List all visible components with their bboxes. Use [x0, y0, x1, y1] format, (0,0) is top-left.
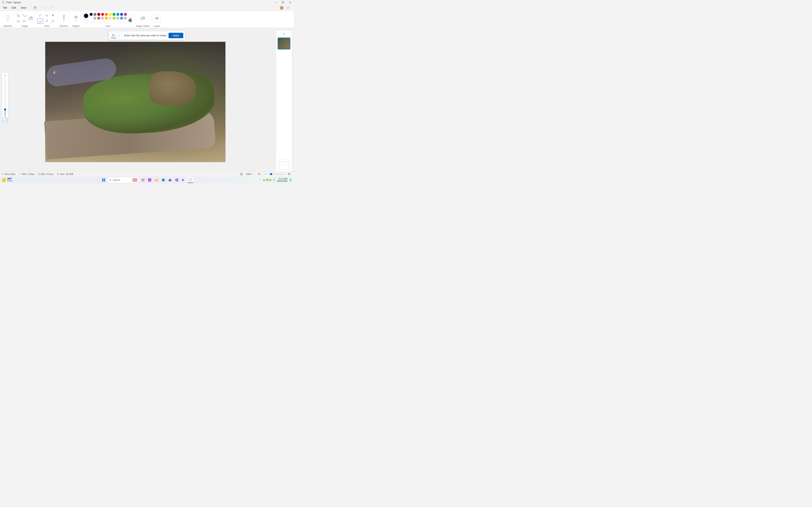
start-button[interactable] [101, 177, 107, 183]
copilot-button[interactable] [147, 177, 153, 183]
custom-color-slot[interactable] [101, 20, 104, 23]
zoom-slider-thumb[interactable] [270, 173, 272, 175]
color-swatch[interactable] [109, 13, 112, 16]
menu-bar: File Edit View [0, 5, 294, 11]
custom-color-slot[interactable] [112, 20, 115, 23]
taskbar-search[interactable]: Search [107, 177, 139, 183]
redo-button[interactable] [49, 5, 55, 11]
paint-taskbar-button[interactable] [187, 177, 193, 183]
crop-button[interactable] [16, 13, 21, 18]
flip-button[interactable]: ▾ [21, 18, 27, 24]
user-avatar[interactable] [280, 6, 284, 10]
selection-tool[interactable]: ▾ [4, 13, 12, 24]
save-button[interactable] [32, 5, 38, 11]
svg-point-13 [47, 16, 48, 16]
svg-rect-40 [102, 180, 103, 181]
undo-button[interactable] [42, 5, 48, 11]
custom-color-slot[interactable] [105, 20, 108, 23]
color-swatch[interactable] [120, 13, 123, 16]
fill-tool[interactable] [44, 13, 49, 18]
custom-color-slot[interactable] [94, 20, 96, 23]
tray-expand-icon[interactable]: ˄ [260, 179, 261, 181]
image-creator-button[interactable] [139, 13, 147, 24]
custom-color-slot[interactable] [109, 20, 112, 23]
color-swatch[interactable] [116, 13, 119, 16]
taskbar-weather-widget[interactable]: 78°F Sunny [2, 178, 13, 182]
remove-background-button[interactable] [28, 13, 34, 24]
zoom-dropdown[interactable]: ⌄ [253, 173, 255, 175]
zoom-in-button[interactable] [287, 172, 292, 177]
color-swatch[interactable] [124, 13, 127, 16]
custom-color-slot[interactable] [120, 20, 123, 23]
wifi-icon[interactable]: 📶 [266, 179, 268, 181]
add-area-button[interactable] [111, 33, 116, 38]
zoom-out-button[interactable] [256, 172, 262, 177]
divider [30, 6, 30, 10]
menu-file[interactable]: File [1, 5, 9, 10]
maximize-button[interactable] [280, 0, 287, 5]
edit-colors-button[interactable] [129, 18, 133, 22]
shapes-dropdown[interactable]: ▾ [72, 13, 80, 24]
store-button[interactable] [167, 177, 173, 183]
color-swatch[interactable] [94, 13, 96, 16]
layers-button[interactable] [153, 14, 161, 22]
color-swatch[interactable] [109, 17, 112, 20]
add-layer-button[interactable] [282, 32, 286, 36]
fit-screen-button[interactable] [239, 172, 244, 177]
explorer-button[interactable] [154, 177, 159, 183]
color-swatch[interactable] [101, 17, 104, 20]
generative-erase-toggle[interactable] [3, 118, 7, 122]
canvas[interactable]: ☝ [45, 42, 225, 162]
rotate-button[interactable]: ▾ [16, 18, 21, 24]
color-swatch[interactable] [112, 13, 115, 16]
custom-color-slot[interactable] [90, 20, 93, 23]
background-layer-thumbnail[interactable] [277, 160, 290, 172]
color-swatch[interactable] [97, 13, 100, 16]
onedrive-icon[interactable]: ☁ [263, 179, 265, 181]
color-swatch[interactable] [124, 17, 127, 20]
color-swatch[interactable] [90, 17, 93, 20]
volume-icon[interactable]: 🔊 [269, 179, 272, 181]
minimize-button[interactable] [272, 0, 280, 5]
task-view-button[interactable] [140, 177, 146, 183]
color-swatch[interactable] [112, 17, 115, 20]
layer-1-thumbnail[interactable] [277, 38, 290, 49]
settings-button[interactable] [285, 5, 291, 11]
copilot-app-button[interactable] [174, 177, 180, 183]
eraser-tool[interactable] [38, 18, 43, 24]
system-tray[interactable]: ☁ 📶 🔊 🔋 [263, 179, 275, 181]
edge-button[interactable] [160, 177, 166, 183]
color-picker-tool[interactable] [44, 18, 49, 24]
color-swatch[interactable] [101, 13, 104, 16]
slider-thumb[interactable] [4, 108, 6, 110]
zoom-slider[interactable] [264, 174, 285, 174]
magnifier-tool[interactable] [50, 18, 56, 24]
battery-icon[interactable]: 🔋 [272, 179, 275, 181]
color-swatch[interactable] [105, 17, 108, 20]
secondary-color[interactable] [84, 19, 88, 23]
brushes-dropdown[interactable]: ▾ [60, 13, 68, 24]
color-swatch[interactable] [94, 17, 96, 20]
notifications-icon[interactable] [289, 178, 292, 181]
teams-button[interactable]: T [181, 177, 187, 183]
remove-area-button[interactable] [116, 33, 121, 38]
menu-view[interactable]: View [18, 5, 28, 10]
apply-button[interactable]: Apply [168, 33, 183, 38]
color-swatch[interactable] [105, 13, 108, 16]
custom-color-slot[interactable] [124, 20, 127, 23]
close-button[interactable] [287, 0, 294, 5]
color-swatch[interactable] [120, 17, 123, 20]
color-swatch[interactable] [116, 17, 119, 20]
eraser-size-slider[interactable] [5, 78, 5, 116]
custom-color-slot[interactable] [97, 20, 100, 23]
color-swatch[interactable] [97, 17, 100, 20]
menu-edit[interactable]: Edit [9, 5, 18, 10]
text-tool[interactable]: A [50, 13, 56, 18]
windows-taskbar: 78°F Sunny Search T ˄ ☁ 📶 🔊 🔋 11:11 AM 1… [0, 176, 294, 183]
pencil-tool[interactable] [38, 13, 43, 18]
resize-button[interactable]: ▾ [21, 13, 27, 18]
group-shapes: ▾ Shapes [70, 12, 82, 28]
primary-color[interactable] [84, 13, 88, 18]
custom-color-slot[interactable] [116, 20, 119, 23]
color-swatch[interactable] [90, 13, 93, 16]
